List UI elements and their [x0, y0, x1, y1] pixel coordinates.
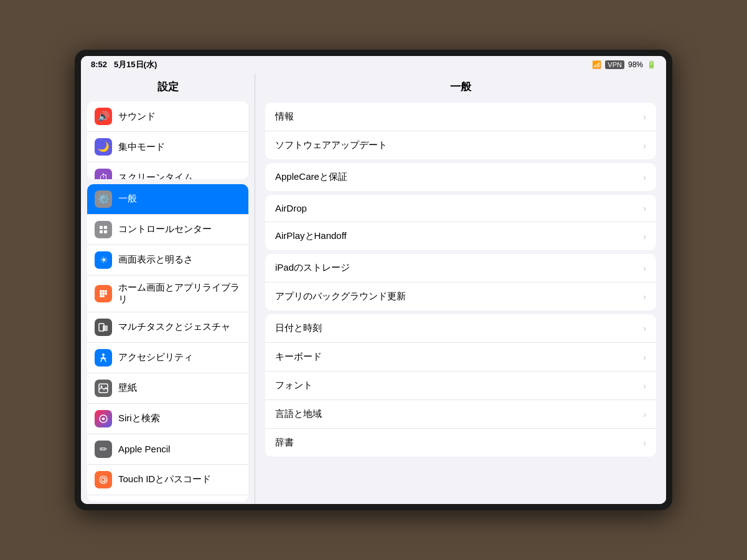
access-icon [95, 349, 112, 366]
sidebar: 設定 🔊 サウンド 🌙 集中モード ⏱ スクリーンタイム [81, 73, 255, 504]
tablet-screen: 8:52 5月15日(水) 📶 VPN 98% 🔋 設定 🔊 サウ [81, 56, 666, 504]
touchid-label: Touch IDとパスコード [118, 474, 211, 485]
svg-point-10 [100, 295, 102, 297]
svg-point-16 [101, 385, 103, 387]
detail-title: 一般 [255, 73, 666, 99]
wallpaper-label: 壁紙 [118, 382, 137, 394]
sidebar-item-wallpaper[interactable]: 壁紙 [87, 373, 248, 404]
chevron-airplay: › [643, 231, 646, 241]
general-icon: ⚙️ [95, 190, 112, 208]
sidebar-item-controlcenter[interactable]: コントロールセンター [87, 215, 248, 245]
chevron-keyboard: › [643, 352, 646, 362]
sound-icon: 🔊 [95, 108, 112, 125]
general-label: 一般 [118, 193, 137, 205]
svg-rect-0 [100, 226, 103, 229]
svg-point-11 [102, 295, 105, 297]
svg-rect-13 [103, 325, 108, 331]
detail-item-langregion[interactable]: 言語と地域 › [265, 400, 656, 429]
detail-item-airdrop[interactable]: AirDrop › [265, 195, 656, 222]
homescreen-icon [95, 285, 112, 302]
display-label: 画面表示と明るさ [118, 254, 193, 266]
detail-item-keyboard[interactable]: キーボード › [265, 343, 656, 371]
siri-label: Siriと検索 [118, 413, 160, 424]
detail-item-datetime[interactable]: 日付と時刻 › [265, 314, 656, 343]
homescreen-label: ホーム画面とアプリライブラリ [118, 282, 241, 306]
sidebar-item-siri[interactable]: Siriと検索 [87, 404, 248, 434]
svg-rect-3 [104, 230, 107, 233]
battery-percent: 98% [628, 60, 643, 69]
display-icon: ☀ [95, 251, 112, 269]
chevron-langregion: › [643, 409, 646, 419]
chevron-bgrefresh: › [643, 292, 646, 302]
sidebar-item-general[interactable]: ⚙️ 一般 [87, 184, 248, 215]
status-bar: 8:52 5月15日(水) 📶 VPN 98% 🔋 [81, 56, 666, 73]
svg-rect-1 [104, 226, 107, 229]
vpn-badge: VPN [605, 60, 624, 69]
sound-label: サウンド [118, 111, 156, 123]
main-content: 設定 🔊 サウンド 🌙 集中モード ⏱ スクリーンタイム [81, 73, 666, 504]
sidebar-item-access[interactable]: アクセシビリティ [87, 343, 248, 373]
detail-item-airplay[interactable]: AirPlayとHandoff › [265, 222, 656, 250]
screentime-icon: ⏱ [95, 169, 112, 179]
wallpaper-icon [95, 380, 112, 397]
svg-point-8 [102, 292, 105, 295]
svg-point-5 [102, 290, 105, 292]
controlcenter-label: コントロールセンター [118, 223, 212, 235]
sidebar-item-battery[interactable]: 🔋 バッテリー [87, 495, 248, 502]
chevron-airdrop: › [643, 203, 646, 213]
battery-icon: 🔋 [647, 60, 656, 69]
chevron-software: › [643, 141, 646, 151]
pencil-icon: ✏ [95, 441, 112, 458]
chevron-info: › [643, 112, 646, 122]
detail-section-5: 日付と時刻 › キーボード › フォント › 言語と地域 › [265, 314, 656, 457]
svg-rect-2 [100, 230, 103, 233]
detail-panel: 一般 情報 › ソフトウェアアップデート › AppleCareと保証 [255, 73, 666, 504]
siri-icon [95, 410, 112, 427]
chevron-fonts: › [643, 381, 646, 391]
sidebar-item-touchid[interactable]: Touch IDとパスコード [87, 465, 248, 495]
sidebar-item-pencil[interactable]: ✏ Apple Pencil [87, 434, 248, 465]
detail-item-info[interactable]: 情報 › [265, 103, 656, 131]
detail-section-1: 情報 › ソフトウェアアップデート › [265, 103, 656, 159]
sidebar-item-display[interactable]: ☀ 画面表示と明るさ [87, 245, 248, 276]
detail-item-applecare[interactable]: AppleCareと保証 › [265, 163, 656, 191]
touchid-icon [95, 471, 112, 488]
svg-point-14 [102, 353, 105, 356]
detail-item-bgrefresh[interactable]: アプリのバックグラウンド更新 › [265, 282, 656, 310]
svg-point-9 [105, 292, 107, 295]
pencil-label: Apple Pencil [118, 444, 170, 454]
detail-item-storage[interactable]: iPadのストレージ › [265, 254, 656, 282]
sidebar-section-2: ⚙️ 一般 コントロールセンター ☀ 画面表示と明るさ [87, 184, 248, 502]
chevron-storage: › [643, 263, 646, 273]
sidebar-item-homescreen[interactable]: ホーム画面とアプリライブラリ [87, 276, 248, 312]
sidebar-item-focus[interactable]: 🌙 集中モード [87, 132, 248, 162]
svg-point-6 [105, 290, 107, 292]
chevron-datetime: › [643, 324, 646, 334]
chevron-applecare: › [643, 172, 646, 182]
svg-point-7 [100, 292, 102, 295]
screentime-label: スクリーンタイム [118, 172, 193, 179]
focus-label: 集中モード [118, 141, 165, 153]
tablet-device: 8:52 5月15日(水) 📶 VPN 98% 🔋 設定 🔊 サウ [75, 50, 672, 510]
sidebar-title: 設定 [81, 73, 255, 99]
multitask-icon [95, 319, 112, 336]
sidebar-item-multitask[interactable]: マルチタスクとジェスチャ [87, 312, 248, 343]
detail-section-2: AppleCareと保証 › [265, 163, 656, 191]
controlcenter-icon [95, 221, 112, 238]
wifi-icon: 📶 [592, 60, 601, 69]
detail-item-software[interactable]: ソフトウェアアップデート › [265, 131, 656, 159]
sidebar-section-1: 🔊 サウンド 🌙 集中モード ⏱ スクリーンタイム [87, 101, 248, 179]
focus-icon: 🌙 [95, 138, 112, 156]
chevron-dictionary: › [643, 438, 646, 448]
detail-item-dictionary[interactable]: 辞書 › [265, 429, 656, 457]
detail-section-3: AirDrop › AirPlayとHandoff › [265, 195, 656, 250]
multitask-label: マルチタスクとジェスチャ [118, 321, 230, 333]
detail-item-fonts[interactable]: フォント › [265, 371, 656, 400]
sidebar-item-screentime[interactable]: ⏱ スクリーンタイム [87, 162, 248, 179]
status-right: 📶 VPN 98% 🔋 [592, 60, 656, 69]
sidebar-item-sound[interactable]: 🔊 サウンド [87, 101, 248, 132]
detail-section-4: iPadのストレージ › アプリのバックグラウンド更新 › [265, 254, 656, 310]
status-time: 8:52 5月15日(水) [91, 59, 157, 70]
svg-point-4 [100, 290, 102, 292]
access-label: アクセシビリティ [118, 352, 193, 363]
